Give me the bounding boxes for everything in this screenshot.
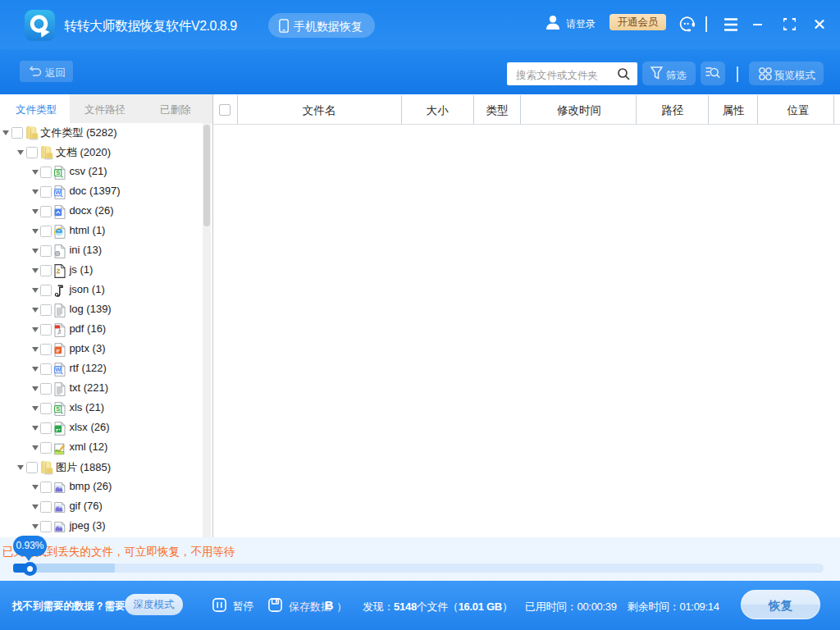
svg-text:W: W xyxy=(55,189,62,196)
svg-text:S: S xyxy=(56,169,60,176)
svg-text:W: W xyxy=(55,366,62,373)
svg-text:S: S xyxy=(56,405,60,413)
